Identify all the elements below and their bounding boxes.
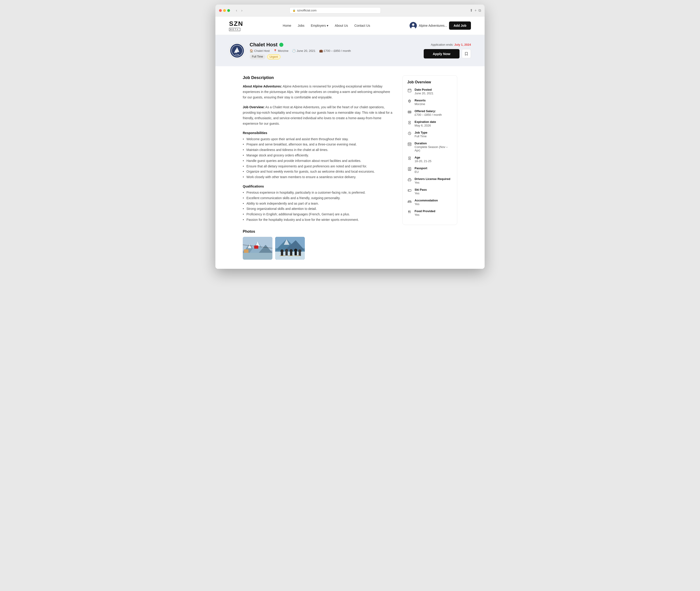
ski-lift-image: [243, 237, 273, 260]
job-hero-right: Application ends: July 1, 2024 Apply Now: [424, 43, 471, 58]
overview-text: As a Chalet Host at Alpine Adventures, y…: [243, 105, 392, 125]
nav-home[interactable]: Home: [283, 24, 291, 27]
job-type-label: Job Type: [414, 131, 427, 134]
job-overview-sidebar: Job Overview Date Posted June 20, 2021: [402, 75, 457, 260]
nav-links: Home Jobs Employers ▾ About Us Contact U…: [283, 24, 370, 27]
back-button[interactable]: ‹: [235, 8, 238, 13]
share-button[interactable]: ⬆: [470, 8, 473, 12]
location-text: Morzine: [278, 49, 288, 53]
svg-line-50: [409, 133, 410, 134]
responsibilities-list: Welcome guests upon their arrival and as…: [243, 137, 393, 180]
drivers-license-value: Yes: [414, 181, 450, 184]
date-text: June 20, 2021: [297, 49, 315, 53]
ski-pass-label: Ski Pass: [414, 188, 427, 191]
svg-point-59: [408, 181, 409, 181]
overview-passport: Passport EU: [407, 167, 453, 174]
job-tags: Full Time Urgent: [250, 54, 351, 59]
list-item: Strong organizational skills and attenti…: [243, 206, 393, 212]
minimize-dot[interactable]: [223, 9, 226, 12]
car-icon: [407, 178, 412, 182]
resorts-content: Resorts Morzine: [414, 98, 425, 106]
passport-label: Passport: [414, 167, 427, 170]
svg-point-56: [409, 168, 410, 170]
apply-now-button[interactable]: Apply Now: [424, 49, 460, 58]
close-dot[interactable]: [219, 9, 222, 12]
accommodation-content: Accommodation Yes: [414, 199, 438, 206]
tabs-button[interactable]: ⧉: [478, 8, 481, 12]
site-logo[interactable]: SZN BETA: [229, 20, 243, 31]
nav-jobs[interactable]: Jobs: [298, 24, 305, 27]
nav-about[interactable]: About Us: [335, 24, 348, 27]
photos-title: Photos: [243, 229, 393, 234]
svg-point-60: [410, 181, 411, 181]
nav-employers[interactable]: Employers ▾: [311, 24, 328, 27]
forward-button[interactable]: ›: [240, 8, 244, 13]
list-item: Proficiency in English; additional langu…: [243, 212, 393, 217]
date-posted-content: Date Posted June 20, 2021: [414, 88, 433, 95]
photos-section: Photos: [243, 229, 393, 260]
svg-rect-31: [290, 252, 292, 256]
svg-rect-53: [409, 144, 409, 145]
job-description-title: Job Description: [243, 75, 393, 80]
food-content: Food Provided Yes: [414, 209, 435, 216]
job-title: Chalet Host: [250, 42, 351, 48]
passport-icon: [407, 167, 412, 171]
overview-age: Age 18-20, 21-25: [407, 156, 453, 163]
salary-label: Offered Salary:: [414, 109, 442, 113]
age-icon: [407, 156, 412, 160]
ski-pass-content: Ski Pass Yes: [414, 188, 427, 195]
list-item: Organize and host weekly events for gues…: [243, 169, 393, 175]
ski-pass-icon: [407, 188, 412, 193]
nav-contact[interactable]: Contact Us: [354, 24, 370, 27]
age-label: Age: [414, 156, 432, 159]
food-value: Yes: [414, 213, 435, 216]
navbar: SZN BETA Home Jobs Employers ▾ About Us …: [215, 16, 485, 35]
svg-rect-51: [408, 143, 411, 146]
svg-rect-64: [408, 201, 411, 203]
company-logo-svg: ALPINE: [231, 44, 243, 57]
job-hero-left: ALPINE Chalet Host 🏠 Chalet Host: [229, 42, 351, 59]
bookmark-button[interactable]: [462, 49, 471, 58]
nav-user-section: Alpine Adventures... Add Job: [409, 21, 471, 30]
photos-grid: [243, 237, 393, 260]
overview-expiration: Expiration date May 6, 2026: [407, 120, 453, 127]
svg-point-43: [409, 100, 410, 102]
address-bar[interactable]: 🔒 sznofficial.com: [290, 7, 381, 13]
svg-rect-35: [299, 252, 301, 256]
job-title-text: Chalet Host: [250, 42, 278, 48]
passport-value: EU: [414, 170, 427, 174]
company-logo-inner: ALPINE: [230, 44, 244, 58]
svg-rect-27: [281, 252, 283, 256]
new-tab-button[interactable]: +: [475, 8, 477, 12]
svg-rect-44: [408, 111, 411, 113]
application-ends-label: Application ends:: [431, 43, 453, 46]
accommodation-label: Accommodation: [414, 199, 438, 202]
clock-icon: [407, 131, 412, 136]
map-pin-icon: [407, 99, 412, 104]
list-item: Prepare and serve breakfast, afternoon t…: [243, 142, 393, 147]
duration-content: Duration Complete Season (Nov – Apr): [414, 142, 453, 152]
add-job-button[interactable]: Add Job: [449, 21, 471, 30]
svg-point-34: [298, 249, 301, 253]
expiration-label: Expiration date: [414, 120, 436, 124]
resorts-label: Resorts: [414, 98, 425, 102]
svg-point-63: [408, 190, 409, 191]
overview-ski-pass: Ski Pass Yes: [407, 188, 453, 195]
location-icon: 📍: [273, 49, 277, 53]
list-item: Passion for the hospitality industry and…: [243, 217, 393, 223]
list-item: Manage stock and grocery orders efficien…: [243, 153, 393, 158]
job-type-content: Job Type Full Time: [414, 131, 427, 138]
svg-rect-19: [244, 249, 248, 253]
svg-rect-55: [408, 168, 411, 171]
salary-content: Offered Salary: £700 – £850 / month: [414, 109, 442, 117]
maximize-dot[interactable]: [227, 9, 230, 12]
svg-point-30: [290, 249, 293, 252]
svg-rect-29: [286, 252, 288, 256]
responsibilities-label: Responsibilities: [243, 131, 393, 135]
job-salary: 💼 £700 – £850 / month: [319, 49, 351, 53]
job-overview-text: Job Overview: As a Chalet Host at Alpine…: [243, 105, 393, 126]
browser-toolbar: ‹ › 🔒 sznofficial.com ⬆ + ⧉: [215, 5, 485, 16]
list-item: Ensure that all dietary requirements and…: [243, 164, 393, 169]
money-icon: 💼: [319, 49, 323, 53]
job-description-section: Job Description About Alpine Adventures:…: [243, 75, 393, 260]
